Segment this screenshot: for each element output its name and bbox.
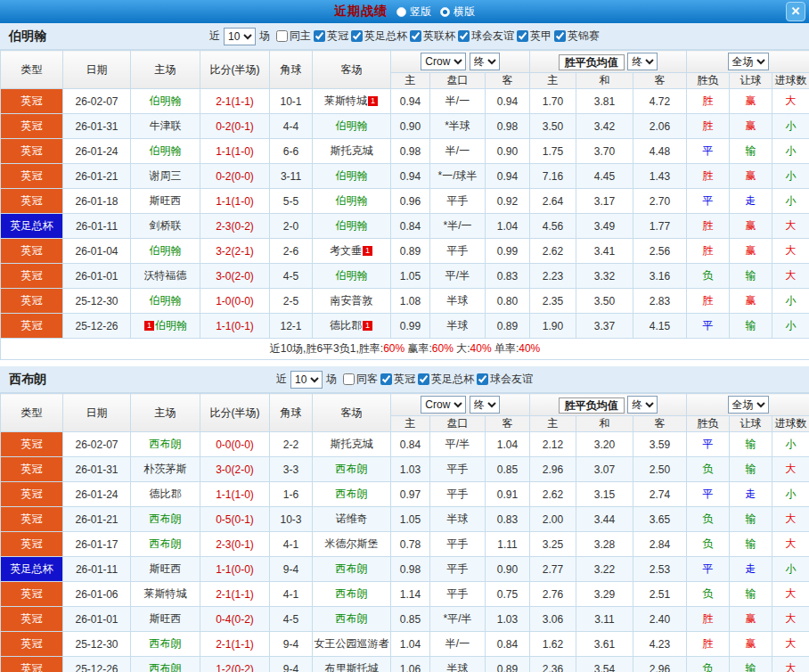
team-name: 西布朗 (336, 562, 368, 575)
filter-checkbox[interactable]: 球会友谊 (477, 372, 533, 387)
score-cell: 2-1(1-1) (200, 89, 270, 114)
team-name: 西布朗 (336, 612, 368, 625)
away-team-cell: 南安普敦 (313, 289, 391, 314)
goals-result-cell: 大 (772, 532, 809, 557)
filter-checkbox[interactable]: 英足总杯 (418, 372, 474, 387)
view-vertical-option[interactable]: 竖版 (396, 4, 431, 20)
close-button[interactable]: ✕ (786, 2, 805, 21)
home-team-cell: 西布朗 (131, 632, 200, 657)
filter-checkbox-input[interactable] (477, 373, 488, 385)
odds-away-cell: 1.03 (486, 607, 530, 632)
avg-home-cell: 2.62 (530, 239, 576, 264)
odds-home-cell: 0.99 (391, 314, 430, 339)
sub-handicap: 盘口 (430, 416, 486, 432)
odds-company-select[interactable]: Crow (421, 53, 466, 70)
odds-group-header: Crow 终 (391, 394, 530, 416)
recent-label: 近 (276, 372, 287, 387)
filter-checkbox[interactable]: 英锦赛 (554, 29, 600, 44)
score-cell: 3-0(2-0) (200, 264, 270, 289)
match-row: 英冠25-12-30伯明翰1-0(0-0)2-5南安普敦1.08半球0.802.… (1, 289, 809, 314)
away-team-cell: 西布朗 (313, 457, 391, 482)
corner-cell: 4-4 (270, 114, 313, 139)
filter-checkbox-input[interactable] (517, 30, 528, 42)
avg-away-cell: 2.96 (633, 657, 687, 672)
score-cell: 3-0(2-0) (200, 457, 270, 482)
goals-result-cell: 大 (772, 214, 809, 239)
match-rows: 英冠26-02-07西布朗0-0(0-0)2-2斯托克城0.84平/半1.042… (1, 432, 809, 672)
filter-checkbox[interactable]: 英甲 (517, 29, 552, 44)
avg-draw-cell: 3.37 (576, 314, 633, 339)
scope-select[interactable]: 全场 (728, 53, 769, 70)
sub-wdl: 胜负 (687, 73, 730, 89)
away-team-cell: 西布朗 (313, 557, 391, 582)
odds-home-cell: 1.08 (391, 289, 430, 314)
scope-select[interactable]: 全场 (728, 396, 769, 414)
home-team-cell: 朴茨茅斯 (131, 457, 200, 482)
recent-count-select[interactable]: 10 (290, 371, 323, 389)
home-team-cell: 伯明翰 (131, 89, 200, 114)
filter-checkbox-text: 英足总杯 (364, 29, 407, 44)
filter-checkbox-input[interactable] (554, 30, 566, 42)
filter-checkbox-text: 英甲 (530, 29, 552, 44)
filter-checkbox-input[interactable] (458, 30, 470, 42)
filter-checkbox[interactable]: 英联杯 (410, 29, 455, 44)
sub-odds-away: 客 (486, 73, 530, 89)
filter-checkbox[interactable]: 英冠 (314, 29, 348, 44)
odds-home-cell: 0.85 (391, 607, 430, 632)
view-horizontal-option[interactable]: 横版 (440, 4, 475, 20)
filter-checkbox-input[interactable] (343, 373, 355, 385)
match-row: 英冠26-01-21西布朗0-5(0-1)10-3诺维奇1.05半球0.832.… (1, 507, 809, 532)
handicap-result-cell: 赢 (730, 239, 772, 264)
handicap-cell: 半球 (430, 289, 486, 314)
radio-unselected-icon[interactable] (396, 7, 406, 17)
filter-checkbox[interactable]: 英足总杯 (351, 29, 407, 44)
team-name: 剑桥联 (150, 219, 182, 232)
summary-text: 单率: (492, 342, 519, 355)
filter-checkbox[interactable]: 同主 (276, 29, 311, 44)
team-name: 女王公园巡游者 (315, 637, 389, 650)
wdl-result-cell: 负 (687, 582, 730, 607)
rank-badge: 1 (368, 96, 378, 106)
avg-home-cell: 1.62 (530, 632, 576, 657)
goals-result-cell: 大 (772, 507, 809, 532)
result-group-header: 全场 (687, 394, 809, 416)
team-name: 布里斯托城 (325, 662, 379, 672)
team-name: 西布朗 (336, 463, 368, 475)
filter-checkbox-input[interactable] (314, 30, 325, 42)
filter-checkbox[interactable]: 英冠 (380, 372, 415, 387)
competition-cell: 英足总杯 (1, 557, 63, 582)
odds-company-select[interactable]: Crow (421, 396, 466, 414)
home-team-cell: 斯旺西 (131, 189, 200, 214)
col-away: 客场 (313, 51, 391, 89)
radio-selected-icon[interactable] (440, 7, 450, 17)
odds-final-select[interactable]: 终 (470, 396, 500, 414)
recent-count-select[interactable]: 10 (224, 28, 256, 45)
filter-checkbox-input[interactable] (351, 30, 363, 42)
filter-checkbox[interactable]: 球会友谊 (458, 29, 514, 44)
avg-home-cell: 2.76 (530, 582, 576, 607)
corner-cell: 10-3 (270, 507, 313, 532)
filter-checkbox-input[interactable] (276, 30, 288, 42)
home-team-cell: 斯旺西 (131, 557, 200, 582)
avg-final-select[interactable]: 终 (627, 396, 658, 414)
avg-away-cell: 2.40 (633, 607, 687, 632)
filter-checkbox-input[interactable] (418, 373, 429, 385)
filter-checkbox[interactable]: 同客 (343, 372, 378, 387)
summary-text: 60% (432, 342, 454, 355)
filter-checkbox-input[interactable] (380, 373, 392, 385)
avg-away-cell: 3.59 (633, 432, 687, 457)
wdl-result-cell: 胜 (687, 114, 730, 139)
handicap-cell: 半球 (430, 314, 486, 339)
team-name: 南安普敦 (331, 294, 373, 307)
odds-final-select[interactable]: 终 (470, 53, 500, 70)
filter-checkbox-text: 英锦赛 (568, 29, 600, 44)
avg-away-cell: 2.74 (633, 482, 687, 507)
team-name: 德比郡 (150, 488, 182, 500)
home-team-cell: 西布朗 (131, 657, 200, 672)
home-team-cell: 德比郡 (131, 482, 200, 507)
avg-away-cell: 2.53 (633, 557, 687, 582)
avg-final-select[interactable]: 终 (627, 53, 658, 70)
filter-bar: 近 10 场 同客英冠英足总杯球会友谊 (0, 366, 809, 392)
filter-checkbox-input[interactable] (410, 30, 421, 42)
sub-handicap-result: 让球 (730, 416, 772, 432)
